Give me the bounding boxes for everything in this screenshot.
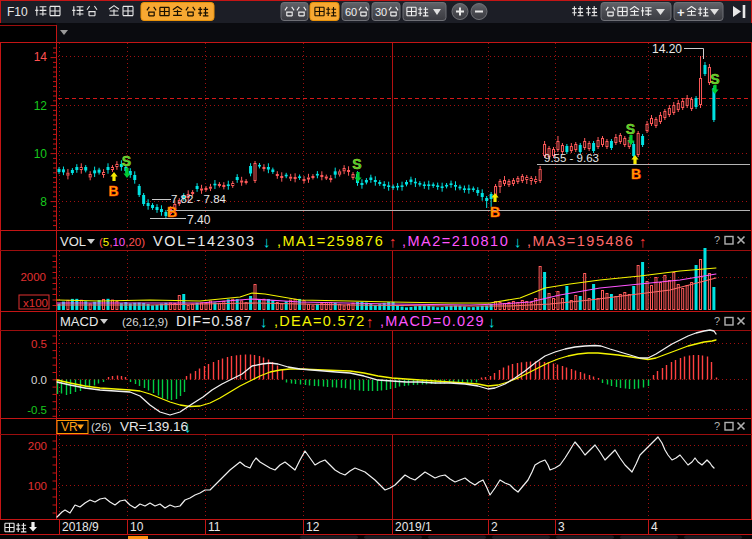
svg-text:14: 14 — [34, 50, 48, 64]
svg-text:10: 10 — [34, 147, 48, 161]
svg-text:B: B — [108, 183, 118, 199]
svg-text:MACD: MACD — [60, 314, 98, 329]
svg-text:11: 11 — [208, 520, 221, 534]
svg-text:2019/1: 2019/1 — [395, 520, 432, 534]
svg-text:7.40: 7.40 — [187, 213, 211, 227]
svg-text:B: B — [631, 166, 641, 182]
svg-text:30: 30 — [375, 6, 387, 18]
svg-text:12: 12 — [306, 520, 320, 534]
svg-text:↓: ↓ — [260, 313, 268, 330]
svg-text:↑: ↑ — [366, 313, 374, 330]
svg-text:200: 200 — [28, 440, 47, 452]
svg-text:↓: ↓ — [488, 313, 496, 330]
svg-text:2000: 2000 — [20, 271, 46, 283]
svg-text:?: ? — [714, 315, 720, 327]
svg-text:0.0: 0.0 — [31, 374, 47, 386]
svg-text:VR: VR — [61, 420, 78, 434]
svg-text:↓: ↓ — [184, 418, 192, 435]
svg-text:2: 2 — [491, 520, 498, 534]
svg-text:,MA1=259876: ,MA1=259876 — [277, 233, 384, 249]
svg-text:B: B — [167, 204, 177, 220]
svg-text:12: 12 — [34, 99, 48, 113]
svg-text:S: S — [352, 156, 361, 172]
svg-text:DIF=0.587: DIF=0.587 — [176, 313, 252, 329]
svg-text:VOL: VOL — [60, 234, 86, 249]
svg-text:14.20: 14.20 — [652, 42, 682, 56]
svg-text:3: 3 — [558, 520, 565, 534]
svg-text:,MA2=210810: ,MA2=210810 — [402, 233, 509, 249]
svg-text:10: 10 — [130, 520, 144, 534]
svg-text:S: S — [122, 153, 131, 169]
svg-text:60: 60 — [345, 6, 357, 18]
svg-text:?: ? — [714, 420, 720, 432]
svg-text:↑: ↑ — [389, 233, 397, 250]
svg-text:B: B — [490, 204, 500, 220]
svg-text:9.55 - 9.63: 9.55 - 9.63 — [544, 152, 599, 164]
svg-text:(26): (26) — [91, 421, 112, 433]
svg-text:?: ? — [714, 234, 720, 246]
svg-text:↓: ↓ — [263, 233, 271, 250]
svg-text:VR=139.16: VR=139.16 — [120, 419, 188, 434]
svg-text:4: 4 — [651, 520, 658, 534]
svg-text:VOL=142303: VOL=142303 — [153, 233, 256, 249]
svg-text:7.82 - 7.84: 7.82 - 7.84 — [171, 193, 227, 205]
svg-text:8: 8 — [40, 195, 47, 209]
svg-text:S: S — [626, 121, 635, 137]
svg-text:-0.5: -0.5 — [27, 404, 47, 416]
svg-text:,DEA=0.572: ,DEA=0.572 — [274, 313, 366, 329]
svg-text:2018/9: 2018/9 — [62, 520, 99, 534]
svg-text:x100: x100 — [23, 297, 48, 309]
svg-text:S: S — [710, 71, 719, 87]
svg-text:0.5: 0.5 — [31, 338, 47, 350]
svg-text:(26,12,9): (26,12,9) — [122, 316, 168, 328]
svg-text:↑: ↑ — [639, 233, 647, 250]
svg-text:,MA3=195486: ,MA3=195486 — [527, 233, 634, 249]
svg-text:100: 100 — [28, 480, 47, 492]
svg-text:(5,10,20): (5,10,20) — [99, 236, 145, 248]
svg-text:,MACD=0.029: ,MACD=0.029 — [380, 313, 485, 329]
svg-text:+: + — [677, 5, 685, 20]
svg-text:F10: F10 — [7, 5, 28, 19]
svg-text:↓: ↓ — [514, 233, 522, 250]
